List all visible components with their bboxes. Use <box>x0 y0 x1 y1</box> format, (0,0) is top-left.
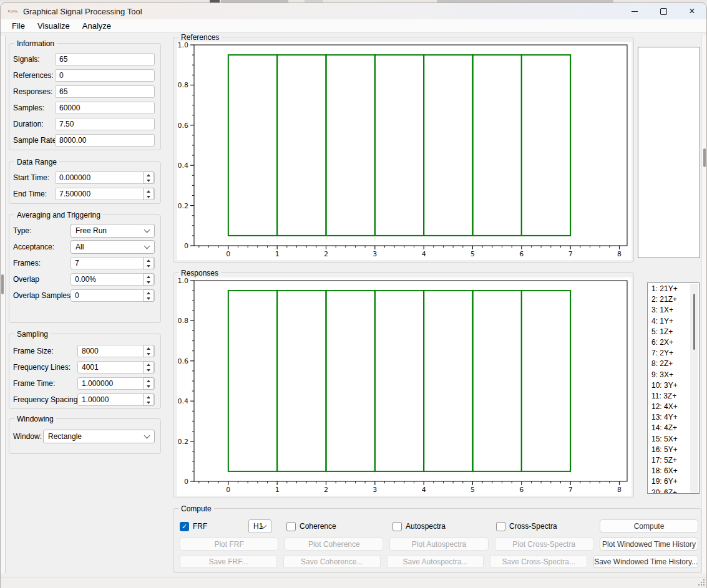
svg-text:0: 0 <box>226 486 230 494</box>
save-button-2[interactable]: Save Autospectra... <box>387 555 484 568</box>
spinner-buttons[interactable] <box>143 345 154 357</box>
signals-field[interactable]: 65 <box>55 53 155 65</box>
menu-analyze[interactable]: Analyze <box>76 19 117 32</box>
overlap-samples-spinbox[interactable]: 0 <box>71 289 155 302</box>
svg-text:4: 4 <box>422 486 426 494</box>
spinner-buttons[interactable] <box>143 377 154 390</box>
cross-spectra-checkbox[interactable] <box>496 522 505 531</box>
right-panel-scrollbar[interactable] <box>701 36 707 573</box>
frequency-lines-value: 4001 <box>82 363 99 372</box>
sample-rate-field[interactable]: 8000.00 <box>55 134 155 147</box>
frame-time-spinbox[interactable]: 1.000000 <box>77 377 155 390</box>
type-combobox[interactable]: Free Run <box>71 224 155 238</box>
plot-button-3[interactable]: Plot Cross-Spectra <box>495 537 593 551</box>
desktop-artifact <box>210 0 220 2</box>
references-field[interactable]: 0 <box>55 69 155 82</box>
menu-file[interactable]: File <box>6 19 31 32</box>
minimize-button[interactable] <box>620 3 649 19</box>
window-combobox[interactable]: Rectangle <box>43 430 155 443</box>
frame-size-spinbox[interactable]: 8000 <box>77 345 155 357</box>
spin-up-icon <box>147 174 150 176</box>
list-scrollbar[interactable] <box>690 284 698 493</box>
svg-text:5: 5 <box>471 250 475 258</box>
estimator-combobox[interactable]: H1 <box>248 519 271 533</box>
spinner-buttons[interactable] <box>143 361 154 374</box>
svg-text:0: 0 <box>226 250 230 258</box>
desktop-background <box>0 0 707 2</box>
left-panel-scrollbar[interactable] <box>1 36 6 573</box>
frequency-spacing-spinbox[interactable]: 1.00000 <box>77 393 155 406</box>
responses-value: 65 <box>59 87 67 96</box>
close-button[interactable]: × <box>678 3 706 19</box>
spinner-buttons[interactable] <box>143 188 154 200</box>
svg-text:0.6: 0.6 <box>178 122 189 130</box>
save-button-0[interactable]: Save FRF... <box>180 555 277 568</box>
app-icon: PyMa <box>7 8 18 15</box>
spinner-buttons[interactable] <box>143 393 154 406</box>
scrollbar-handle[interactable] <box>693 294 695 350</box>
coherence-checkbox[interactable] <box>286 522 296 531</box>
references-value: 0 <box>59 71 64 80</box>
spin-up-icon <box>147 364 150 366</box>
acceptance-value: All <box>76 243 84 251</box>
autospectra-checkbox[interactable] <box>393 522 402 531</box>
acceptance-combobox[interactable]: All <box>71 240 155 254</box>
compute-button[interactable]: Compute <box>600 519 698 533</box>
svg-text:6: 6 <box>519 486 524 494</box>
spinner-buttons[interactable] <box>143 171 154 184</box>
start-time-label: Start Time: <box>13 171 49 184</box>
close-icon: × <box>689 6 695 16</box>
status-bar <box>1 577 706 588</box>
start-time-spinbox[interactable]: 0.000000 <box>55 171 155 184</box>
spin-up-icon <box>147 292 150 294</box>
spinner-buttons[interactable] <box>143 273 154 286</box>
application-window: PyMa Graphical Signal Processing Tool × … <box>0 0 707 588</box>
title-bar[interactable]: PyMa Graphical Signal Processing Tool × <box>1 3 706 19</box>
spinner-buttons[interactable] <box>143 257 154 269</box>
frame-time-label: Frame Time: <box>13 377 55 390</box>
save-button-4[interactable]: Save Windowed Time History... <box>593 555 698 568</box>
duration-field[interactable]: 7.50 <box>55 118 155 130</box>
desktop-artifact <box>437 0 613 2</box>
spin-down-icon <box>147 196 150 198</box>
spinner-buttons[interactable] <box>143 289 154 302</box>
plot-button-4[interactable]: Plot Windowed Time History <box>600 537 698 551</box>
responses-field[interactable]: 65 <box>55 85 155 98</box>
menu-visualize[interactable]: Visualize <box>31 19 76 32</box>
responses-plot-canvas: 01234567800.20.40.60.81.0 <box>177 277 631 496</box>
plot-buttons-row: Plot FRFPlot CoherencePlot AutospectraPl… <box>180 537 698 551</box>
overlap-samples-label: Overlap Samples: <box>13 289 72 302</box>
maximize-button[interactable] <box>649 3 678 19</box>
samples-value: 60000 <box>59 104 80 112</box>
references-list[interactable] <box>638 47 700 258</box>
svg-text:2: 2 <box>324 250 328 258</box>
frequency-lines-spinbox[interactable]: 4001 <box>77 361 155 374</box>
responses-channel-list[interactable]: 1: 21Y+2: 21Z+3: 1X+4: 1Y+5: 1Z+6: 2X+7:… <box>647 282 700 494</box>
frequency-spacing-label: Frequency Spacing: <box>13 393 80 406</box>
frf-checkbox[interactable]: ✓ <box>180 522 189 531</box>
sampling-group: Sampling Frame Size: 8000 Frequency Line… <box>9 334 161 409</box>
chevron-down-icon <box>144 227 150 233</box>
svg-text:1: 1 <box>275 486 280 494</box>
type-value: Free Run <box>76 226 107 235</box>
end-time-spinbox[interactable]: 7.500000 <box>55 188 155 200</box>
frames-spinbox[interactable]: 7 <box>71 257 155 269</box>
scrollbar-handle[interactable] <box>703 148 706 167</box>
duration-value: 7.50 <box>59 120 74 128</box>
samples-field[interactable]: 60000 <box>55 102 155 114</box>
sample-rate-value: 8000.00 <box>59 136 86 145</box>
save-button-1[interactable]: Save Coherence... <box>283 555 381 568</box>
scrollbar-handle[interactable] <box>1 274 4 294</box>
plot-button-2[interactable]: Plot Autospectra <box>389 537 488 551</box>
group-title: Data Range <box>14 158 59 166</box>
plot-button-0[interactable]: Plot FRF <box>180 537 278 551</box>
frame-time-value: 1.000000 <box>82 379 113 388</box>
overlap-spinbox[interactable]: 0.00% <box>71 273 155 286</box>
save-button-3[interactable]: Save Cross-Spectra... <box>490 555 587 568</box>
cross-spectra-label: Cross-Spectra <box>509 522 557 531</box>
plot-button-1[interactable]: Plot Coherence <box>285 537 383 551</box>
svg-text:2: 2 <box>324 486 328 494</box>
svg-text:7: 7 <box>568 486 573 494</box>
type-label: Type: <box>13 224 31 237</box>
spin-up-icon <box>147 276 150 278</box>
